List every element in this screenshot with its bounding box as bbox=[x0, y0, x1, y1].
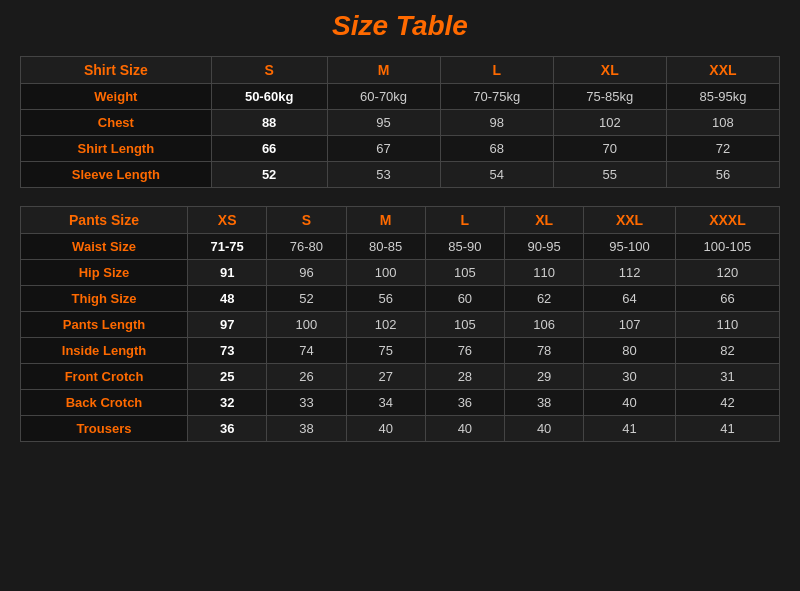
pants-cell: 91 bbox=[188, 260, 267, 286]
pants-cell: 62 bbox=[505, 286, 584, 312]
pants-cell: 41 bbox=[675, 416, 779, 442]
shirt-col-header: XL bbox=[553, 57, 666, 84]
pants-row-header: Front Crotch bbox=[21, 364, 188, 390]
pants-cell: 75 bbox=[346, 338, 425, 364]
pants-cell: 52 bbox=[267, 286, 346, 312]
shirt-col-header: S bbox=[211, 57, 327, 84]
pants-cell: 36 bbox=[425, 390, 504, 416]
pants-cell: 48 bbox=[188, 286, 267, 312]
shirt-cell: 55 bbox=[553, 162, 666, 188]
pants-cell: 73 bbox=[188, 338, 267, 364]
pants-cell: 112 bbox=[584, 260, 676, 286]
shirt-row-header: Chest bbox=[21, 110, 212, 136]
pants-cell: 33 bbox=[267, 390, 346, 416]
pants-col-header: S bbox=[267, 207, 346, 234]
pants-cell: 25 bbox=[188, 364, 267, 390]
shirt-cell: 70 bbox=[553, 136, 666, 162]
pants-cell: 100-105 bbox=[675, 234, 779, 260]
shirt-cell: 102 bbox=[553, 110, 666, 136]
pants-cell: 27 bbox=[346, 364, 425, 390]
pants-cell: 38 bbox=[505, 390, 584, 416]
shirt-row-header: Shirt Length bbox=[21, 136, 212, 162]
pants-cell: 56 bbox=[346, 286, 425, 312]
shirt-cell: 98 bbox=[440, 110, 553, 136]
shirt-cell: 50-60kg bbox=[211, 84, 327, 110]
pants-cell: 40 bbox=[346, 416, 425, 442]
shirt-table: Shirt SizeSMLXLXXLWeight50-60kg60-70kg70… bbox=[20, 56, 780, 188]
page-title: Size Table bbox=[332, 10, 468, 42]
pants-cell: 100 bbox=[346, 260, 425, 286]
pants-col-header: XL bbox=[505, 207, 584, 234]
shirt-col-header: XXL bbox=[666, 57, 779, 84]
pants-cell: 80-85 bbox=[346, 234, 425, 260]
pants-cell: 78 bbox=[505, 338, 584, 364]
pants-col-header: XXXL bbox=[675, 207, 779, 234]
shirt-cell: 60-70kg bbox=[327, 84, 440, 110]
pants-cell: 80 bbox=[584, 338, 676, 364]
shirt-cell: 72 bbox=[666, 136, 779, 162]
pants-cell: 74 bbox=[267, 338, 346, 364]
pants-cell: 40 bbox=[425, 416, 504, 442]
pants-row-header: Trousers bbox=[21, 416, 188, 442]
pants-cell: 29 bbox=[505, 364, 584, 390]
pants-cell: 107 bbox=[584, 312, 676, 338]
shirt-size-header: Shirt Size bbox=[21, 57, 212, 84]
pants-size-header: Pants Size bbox=[21, 207, 188, 234]
pants-cell: 60 bbox=[425, 286, 504, 312]
shirt-cell: 56 bbox=[666, 162, 779, 188]
shirt-cell: 108 bbox=[666, 110, 779, 136]
pants-cell: 102 bbox=[346, 312, 425, 338]
pants-cell: 105 bbox=[425, 260, 504, 286]
shirt-cell: 53 bbox=[327, 162, 440, 188]
pants-cell: 105 bbox=[425, 312, 504, 338]
pants-cell: 64 bbox=[584, 286, 676, 312]
pants-cell: 34 bbox=[346, 390, 425, 416]
pants-cell: 40 bbox=[505, 416, 584, 442]
shirt-cell: 85-95kg bbox=[666, 84, 779, 110]
shirt-col-header: L bbox=[440, 57, 553, 84]
pants-row-header: Pants Length bbox=[21, 312, 188, 338]
pants-cell: 40 bbox=[584, 390, 676, 416]
shirt-cell: 88 bbox=[211, 110, 327, 136]
pants-row-header: Thigh Size bbox=[21, 286, 188, 312]
pants-cell: 100 bbox=[267, 312, 346, 338]
pants-row-header: Inside Length bbox=[21, 338, 188, 364]
pants-cell: 38 bbox=[267, 416, 346, 442]
pants-cell: 66 bbox=[675, 286, 779, 312]
pants-cell: 76 bbox=[425, 338, 504, 364]
pants-col-header: XS bbox=[188, 207, 267, 234]
pants-cell: 110 bbox=[505, 260, 584, 286]
pants-table: Pants SizeXSSMLXLXXLXXXLWaist Size71-757… bbox=[20, 206, 780, 442]
pants-cell: 110 bbox=[675, 312, 779, 338]
pants-cell: 82 bbox=[675, 338, 779, 364]
pants-cell: 26 bbox=[267, 364, 346, 390]
pants-cell: 32 bbox=[188, 390, 267, 416]
shirt-cell: 75-85kg bbox=[553, 84, 666, 110]
pants-cell: 90-95 bbox=[505, 234, 584, 260]
pants-row-header: Back Crotch bbox=[21, 390, 188, 416]
pants-cell: 97 bbox=[188, 312, 267, 338]
pants-cell: 31 bbox=[675, 364, 779, 390]
pants-col-header: L bbox=[425, 207, 504, 234]
pants-cell: 95-100 bbox=[584, 234, 676, 260]
pants-cell: 41 bbox=[584, 416, 676, 442]
shirt-cell: 54 bbox=[440, 162, 553, 188]
pants-cell: 85-90 bbox=[425, 234, 504, 260]
shirt-cell: 95 bbox=[327, 110, 440, 136]
pants-cell: 106 bbox=[505, 312, 584, 338]
pants-cell: 28 bbox=[425, 364, 504, 390]
pants-row-header: Waist Size bbox=[21, 234, 188, 260]
pants-cell: 120 bbox=[675, 260, 779, 286]
pants-col-header: XXL bbox=[584, 207, 676, 234]
pants-cell: 36 bbox=[188, 416, 267, 442]
shirt-cell: 52 bbox=[211, 162, 327, 188]
shirt-cell: 66 bbox=[211, 136, 327, 162]
pants-cell: 30 bbox=[584, 364, 676, 390]
pants-cell: 96 bbox=[267, 260, 346, 286]
shirt-cell: 67 bbox=[327, 136, 440, 162]
shirt-row-header: Sleeve Length bbox=[21, 162, 212, 188]
shirt-cell: 68 bbox=[440, 136, 553, 162]
pants-cell: 42 bbox=[675, 390, 779, 416]
pants-cell: 76-80 bbox=[267, 234, 346, 260]
pants-cell: 71-75 bbox=[188, 234, 267, 260]
